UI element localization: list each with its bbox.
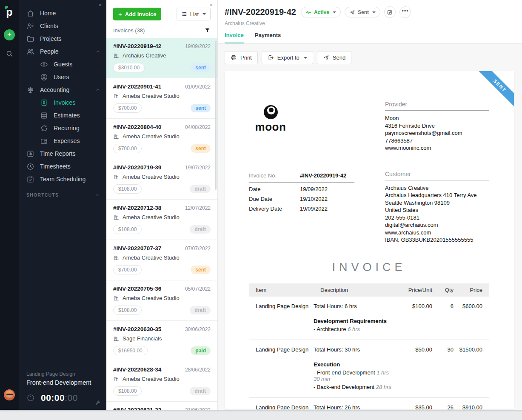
invoice-number: #INV-20220919-42 (113, 43, 161, 49)
invoice-date: 07/07/2022 (185, 246, 211, 251)
invoice-doc-title: INVOICE (249, 261, 489, 274)
building-icon (113, 255, 119, 261)
app-window: p + ⇤ HomeClientsProjectsPeopleGuestsUse… (0, 0, 522, 410)
sidebar-item-recurring[interactable]: Recurring (19, 122, 106, 134)
sidebar-item-users[interactable]: Users (19, 71, 106, 83)
invoice-client: Ameba Creative Studio (123, 376, 180, 382)
sidebar-item-label: Projects (40, 35, 62, 42)
sent-dropdown[interactable]: Sent (345, 7, 380, 17)
line-price: $600.00 (454, 303, 489, 332)
sidebar-item-label: Expenses (54, 137, 80, 144)
sidebar-item-label: People (40, 48, 59, 55)
invoice-client: Ameba Creative Studio (123, 174, 180, 180)
meta-value: 19/09/2022 (300, 186, 328, 192)
invoice-amount: $108.00 (113, 225, 142, 234)
invoice-date: 04/08/2022 (185, 124, 211, 130)
toolbar: Print Export to Send (225, 51, 514, 64)
column-header: Description (314, 287, 391, 293)
timer-widget[interactable]: Landing Page Design Front-end Developmen… (26, 371, 101, 403)
address-line: paymoscreenshots@gmail.com (385, 129, 489, 137)
sidebar-nav: ⇤ HomeClientsProjectsPeopleGuestsUsersAc… (19, 0, 106, 410)
sidebar-item-guests[interactable]: Guests (19, 58, 106, 71)
clock-icon (26, 163, 34, 171)
invoice-list-item[interactable]: #INV-20220804-4004/08/2022Ameba Creative… (106, 119, 217, 159)
sidebar-item-home[interactable]: Home (19, 7, 106, 20)
home-icon (26, 9, 34, 17)
wrench-icon[interactable] (95, 400, 100, 406)
more-options-button[interactable]: ••• (399, 6, 411, 18)
sidebar-item-time-reports[interactable]: Time Reports (19, 147, 106, 160)
invoice-date: 19/07/2022 (185, 165, 211, 171)
invoice-amount: $108.00 (113, 386, 142, 396)
search-icon[interactable] (6, 50, 13, 57)
people-icon (26, 48, 34, 56)
address-line: digital@archaius.com (385, 221, 489, 229)
building-icon (113, 336, 119, 342)
sidebar-item-timesheets[interactable]: Timesheets (19, 160, 106, 173)
meta-label: Due Date (249, 196, 300, 202)
tab-payments[interactable]: Payments (255, 32, 281, 43)
invoice-list-item[interactable]: #INV-20220719-3919/07/2022Ameba Creative… (106, 159, 217, 200)
sidebar-item-shortcuts[interactable]: SHORTCUTS (19, 189, 106, 201)
customer-block: Customer Archaius CreativeArchaius Headq… (385, 171, 489, 244)
address-line: Seattle Washington 98109 (385, 199, 489, 207)
invoice-list-item[interactable]: #INV-20220628-3428/06/2022Ameba Creative… (106, 361, 217, 402)
invoice-list-item[interactable]: #INV-20220901-4101/09/2022Ameba Creative… (106, 78, 217, 119)
line-item-description: Total Hours: 26 hrsDevelopment Requireme… (314, 404, 391, 410)
sidebar-item-accounting[interactable]: Accounting (19, 83, 106, 96)
collapse-sidebar-icon[interactable]: ⇤ (99, 2, 103, 8)
quick-add-button[interactable]: + (4, 29, 15, 40)
invoice-client: Ameba Creative Studio (123, 133, 180, 140)
print-button[interactable]: Print (225, 51, 258, 64)
task-line: - Front-end Development 1 hrs 30 min (314, 369, 391, 382)
invoice-list-item[interactable]: #INV-20220707-3707/07/2022Ameba Creative… (106, 240, 217, 280)
column-header: Price/Unit (391, 287, 432, 293)
status-badge: sent (191, 144, 211, 153)
sidebar-item-team-scheduling[interactable]: Team Scheduling (19, 173, 106, 186)
company-logo: moon (255, 105, 286, 134)
sidebar-item-expenses[interactable]: Expenses (19, 134, 106, 147)
invoices-count-label: Invoices (38) (113, 27, 145, 34)
status-badge: draft (190, 387, 211, 395)
invoice-date: 30/06/2022 (185, 326, 211, 332)
collapse-list-icon[interactable]: ⇤ (210, 2, 214, 8)
invoice-list: #INV-20220919-4219/09/2022Archaius Creat… (106, 38, 217, 410)
export-icon (268, 54, 274, 61)
add-invoice-button[interactable]: + Add Invoice (113, 8, 161, 20)
invoice-list-item[interactable]: #INV-20220919-4219/09/2022Archaius Creat… (106, 38, 217, 78)
caret-down-icon (304, 57, 307, 59)
list-scrollbar[interactable] (215, 41, 217, 190)
send-button[interactable]: Send (317, 51, 351, 64)
invoice-list-item[interactable]: #INV-20220712-3812/07/2022Ameba Creative… (106, 200, 217, 240)
user-avatar[interactable] (4, 389, 15, 400)
sidebar-item-people[interactable]: People (19, 45, 106, 58)
sidebar-item-estimates[interactable]: Estimates (19, 109, 106, 122)
invoice-list-item[interactable]: #INV-20220630-3530/06/2022Sage Financial… (106, 321, 217, 361)
filter-icon[interactable] (204, 27, 211, 34)
view-selector[interactable]: List (177, 8, 211, 20)
invoice-client: Ameba Creative Studio (123, 254, 180, 261)
moon-mark-icon (264, 105, 278, 119)
sidebar-item-clients[interactable]: Clients (19, 20, 106, 32)
line-item-name: Landing Page Design (249, 346, 314, 390)
address-line: Archaius Headquarters 410 Terry Ave (385, 191, 489, 199)
sidebar-item-invoices[interactable]: $Invoices (19, 96, 106, 109)
status-dropdown[interactable]: Active (301, 7, 341, 17)
status-badge: sent (191, 266, 211, 274)
sidebar-item-projects[interactable]: Projects (19, 32, 106, 45)
tab-invoice[interactable]: Invoice (225, 32, 244, 43)
invoice-amount: $700.00 (113, 265, 142, 274)
paper-plane-icon (323, 54, 329, 61)
building-icon (113, 376, 119, 382)
edit-button[interactable] (384, 6, 396, 18)
quantity: 6 (432, 303, 454, 332)
caret-down-icon (333, 11, 336, 13)
invoice-list-item[interactable]: #INV-20220705-3605/07/2022Ameba Creative… (106, 280, 217, 321)
invoice-list-item[interactable]: #INV-20220621-3321/06/2022Ameba Creative… (106, 402, 217, 410)
calendar-icon (26, 175, 34, 183)
line-item-row: Landing Page DesignTotal Hours: 30 hrsEx… (249, 340, 489, 398)
export-button[interactable]: Export to (262, 51, 313, 64)
detail-header: #INV-20220919-42 Active Sent ••• Archaiu… (218, 0, 522, 44)
line-item-description: Total Hours: 6 hrsDevelopment Requiremen… (314, 303, 391, 332)
meta-label: Invoice No. (249, 172, 300, 179)
